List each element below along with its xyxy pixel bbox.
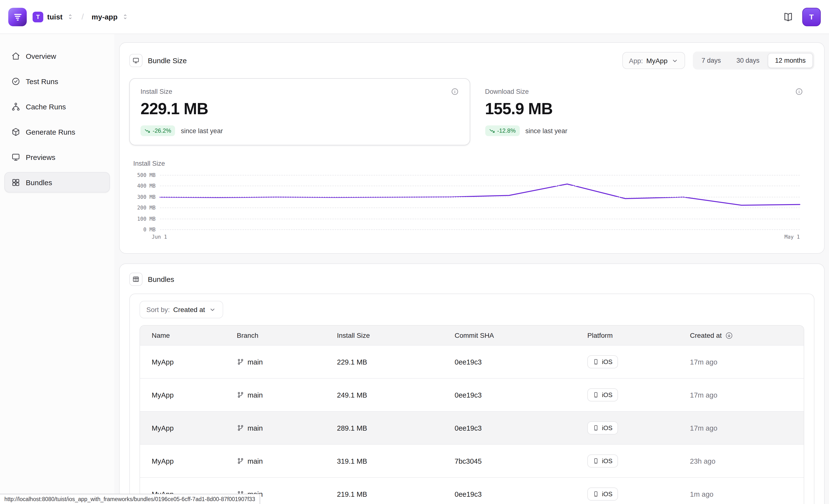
org-badge: T <box>33 11 43 22</box>
sidebar-item-generate-runs[interactable]: Generate Runs <box>4 121 110 142</box>
column-header-install-size: Install Size <box>337 332 455 339</box>
bundles-icon <box>11 178 21 187</box>
sort-by-value: Created at <box>173 306 205 313</box>
table-columns-icon <box>129 273 142 286</box>
trending-down-icon <box>144 128 150 134</box>
metric-value: 155.9 MB <box>485 100 803 118</box>
cell-platform: iOS <box>587 355 690 369</box>
sort-by-dropdown[interactable]: Sort by: Created at <box>140 301 223 318</box>
cell-created-at: 17m ago <box>690 358 804 366</box>
cell-platform: iOS <box>587 421 690 434</box>
tuist-logo[interactable] <box>8 7 27 26</box>
sidebar-item-label: Previews <box>26 153 56 161</box>
column-header-created-at[interactable]: Created at <box>690 331 804 340</box>
app-selector-value: MyApp <box>646 56 668 65</box>
metric-value: 229.1 MB <box>141 100 459 118</box>
cell-commit-sha: 0ee19c3 <box>455 490 587 498</box>
chart-line <box>160 184 800 205</box>
cell-platform: iOS <box>587 388 690 401</box>
app-selector-label: App: <box>629 56 643 65</box>
delta-badge: -26.2% <box>141 125 175 136</box>
sort-by-label: Sort by: <box>146 306 170 313</box>
overview-icon <box>11 51 21 61</box>
range-tabs: 7 days30 days12 months <box>693 51 815 70</box>
app-selector[interactable]: App: MyApp <box>623 52 685 69</box>
chart-title: Install Size <box>133 160 812 167</box>
sidebar: Overview Test Runs Cache Runs Generate R… <box>0 34 114 504</box>
download-size-metric-card[interactable]: Download Size 155.9 MB -12.8% since last… <box>474 78 815 145</box>
cell-name: MyApp <box>152 391 237 399</box>
top-bar-actions: T <box>783 7 821 26</box>
chart-gridline <box>160 197 800 197</box>
monitor-icon <box>129 54 142 67</box>
smartphone-icon <box>593 491 599 497</box>
chart-xtick-first: Jun 1 <box>152 234 167 240</box>
sidebar-item-overview[interactable]: Overview <box>4 46 110 66</box>
platform-badge: iOS <box>587 421 618 434</box>
docs-button[interactable] <box>783 11 794 22</box>
bundles-list-panel: Sort by: Created at Name Branch Install … <box>129 294 815 504</box>
chevron-down-icon <box>208 306 216 313</box>
cell-name: MyApp <box>152 457 237 465</box>
org-name: tuist <box>47 13 63 21</box>
cell-commit-sha: 7bc3045 <box>455 457 587 465</box>
status-bar-url: http://localhost:8080/tuist/ios_app_with… <box>0 494 260 504</box>
bundles-title: Bundles <box>148 275 174 283</box>
table-row[interactable]: MyApp main 319.1 MB 7bc3045 iOS 23h ago <box>140 444 804 477</box>
cell-platform: iOS <box>587 488 690 501</box>
chart-plot-area: 500 MB400 MB300 MB200 MB100 MB0 MB <box>160 175 800 229</box>
table-row[interactable]: MyApp main 289.1 MB 0ee19c3 iOS 17m ago <box>140 411 804 444</box>
metric-caption: since last year <box>525 127 568 134</box>
sidebar-item-label: Cache Runs <box>26 102 66 111</box>
range-tab-30-days[interactable]: 30 days <box>729 53 767 68</box>
bundle-size-card-header: Bundle Size App: MyApp 7 days30 days12 m… <box>129 51 815 70</box>
sidebar-item-bundles[interactable]: Bundles <box>4 172 110 192</box>
app-window: T tuist / my-app T Overview <box>0 0 829 504</box>
table-header-row: Name Branch Install Size Commit SHA Plat… <box>140 325 804 345</box>
bundle-size-title: Bundle Size <box>148 56 187 65</box>
info-icon[interactable] <box>450 87 459 96</box>
cell-name: MyApp <box>152 358 237 366</box>
bundle-size-card: Bundle Size App: MyApp 7 days30 days12 m… <box>119 42 825 254</box>
bundles-table: Name Branch Install Size Commit SHA Plat… <box>140 325 804 504</box>
generate-runs-icon <box>11 127 21 136</box>
bundles-card-header: Bundles <box>129 273 815 286</box>
table-row[interactable]: MyApp main 229.1 MB 0ee19c3 iOS 17m ago <box>140 345 804 378</box>
range-tab-7-days[interactable]: 7 days <box>694 53 728 68</box>
chart-gridline <box>160 175 800 176</box>
table-row[interactable]: MyApp main 249.1 MB 0ee19c3 iOS 17m ago <box>140 378 804 411</box>
project-name: my-app <box>92 13 118 21</box>
metric-caption: since last year <box>181 127 223 134</box>
chart-ytick-label: 100 MB <box>137 216 155 221</box>
sidebar-item-test-runs[interactable]: Test Runs <box>4 71 110 91</box>
cell-commit-sha: 0ee19c3 <box>455 358 587 366</box>
smartphone-icon <box>593 359 599 365</box>
previews-icon <box>11 152 21 162</box>
user-avatar[interactable]: T <box>802 7 821 26</box>
platform-badge: iOS <box>587 388 618 401</box>
chart-gridline <box>160 229 800 230</box>
sidebar-item-previews[interactable]: Previews <box>4 147 110 167</box>
chart-ytick-label: 300 MB <box>137 194 155 200</box>
cell-branch: main <box>237 424 337 432</box>
install-size-metric-card[interactable]: Install Size 229.1 MB -26.2% since last … <box>129 78 470 145</box>
sidebar-item-cache-runs[interactable]: Cache Runs <box>4 96 110 117</box>
breadcrumb: T tuist / my-app <box>8 7 129 26</box>
chart-xtick-last: May 1 <box>785 234 800 240</box>
info-icon[interactable] <box>795 87 803 96</box>
range-tab-12-months[interactable]: 12 months <box>768 53 813 68</box>
chart-x-axis: Jun 1 May 1 <box>152 234 800 240</box>
sort-descending-icon <box>725 331 733 340</box>
project-switcher[interactable]: my-app <box>92 13 129 21</box>
smartphone-icon <box>593 392 599 398</box>
sidebar-item-label: Generate Runs <box>26 127 75 136</box>
cell-created-at: 23h ago <box>690 457 804 465</box>
chart-ytick-label: 400 MB <box>137 183 155 189</box>
column-header-commit-sha: Commit SHA <box>455 332 587 339</box>
chart-ytick-label: 500 MB <box>137 172 155 178</box>
table-body: MyApp main 229.1 MB 0ee19c3 iOS 17m ago … <box>140 345 804 504</box>
org-switcher[interactable]: T tuist <box>33 11 74 22</box>
chart-gridline <box>160 207 800 208</box>
cell-created-at: 17m ago <box>690 424 804 432</box>
top-bar: T tuist / my-app T <box>0 0 829 34</box>
